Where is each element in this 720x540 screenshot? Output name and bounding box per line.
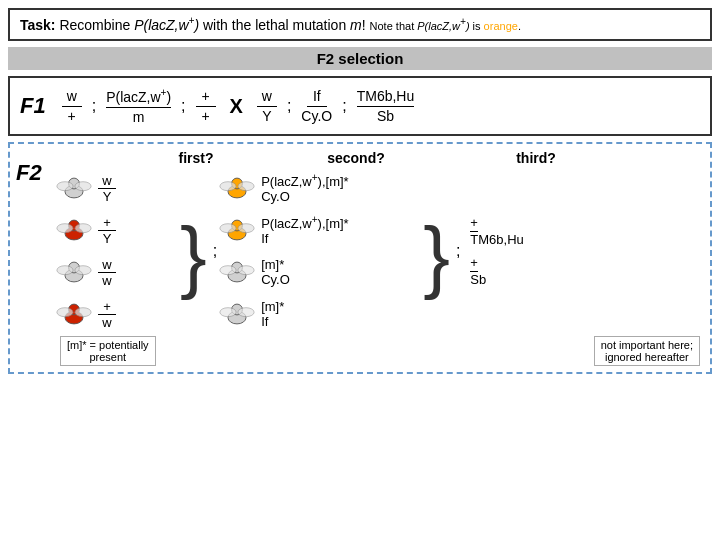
f1-frac6-num: TM6b,Hu xyxy=(357,88,415,107)
svg-point-26 xyxy=(220,266,236,275)
fly-label-2: + Y xyxy=(98,215,116,246)
fly-orange-2 xyxy=(219,212,255,248)
fly-label-4-top: + xyxy=(98,299,116,315)
second-text-2: P(lacZ,w+),[m]* If xyxy=(261,214,348,246)
f1-frac1-den: + xyxy=(68,107,76,125)
f1-fraction-1: w + xyxy=(62,88,82,125)
task-header: Task: Recombine P(lacZ,w+) with the leth… xyxy=(8,8,712,41)
x-symbol: X xyxy=(230,95,243,118)
f1-frac4-den: Y xyxy=(262,107,271,125)
third-frac-3: + Sb xyxy=(470,255,486,287)
f1-frac5-num: If xyxy=(307,88,327,107)
third-frac3-top: + xyxy=(470,255,478,272)
third-item-3: + Sb xyxy=(470,255,622,287)
col-header-first: first? xyxy=(136,150,256,166)
second-item-1: P(lacZ,w+),[m]* Cy.O xyxy=(219,170,419,206)
footnote-right: not important here;ignored hereafter xyxy=(594,336,700,366)
second-line2-3: Cy.O xyxy=(261,272,290,287)
f1-fraction-3: + + xyxy=(196,88,216,125)
task-description: Recombine P(lacZ,w+) with the lethal mut… xyxy=(59,17,369,33)
second-item-2: P(lacZ,w+),[m]* If xyxy=(219,212,419,248)
sep4: ; xyxy=(342,97,346,115)
svg-point-19 xyxy=(238,182,254,191)
sep1: ; xyxy=(92,97,96,115)
svg-point-14 xyxy=(57,308,73,317)
svg-point-31 xyxy=(238,308,254,317)
f1-frac5-den: Cy.O xyxy=(301,107,332,125)
f1-frac1-num: w xyxy=(62,88,82,107)
svg-point-6 xyxy=(57,224,73,233)
f1-content: w + ; P(lacZ,w+) m ; + + X w Y ; If Cy.O xyxy=(62,87,415,125)
svg-point-15 xyxy=(75,308,91,317)
svg-point-2 xyxy=(57,182,73,191)
footnote-left: [m]* = potentiallypresent xyxy=(60,336,156,366)
fly-label-1: w Y xyxy=(98,173,116,204)
task-label: Task: xyxy=(20,17,56,33)
second-item-4: [m]* If xyxy=(219,296,419,332)
second-line1-4: [m]* xyxy=(261,299,284,314)
sep3: ; xyxy=(287,97,291,115)
fly-label-3-bot: w xyxy=(102,273,111,288)
fly-label-1-bot: Y xyxy=(103,189,112,204)
svg-point-10 xyxy=(57,266,73,275)
second-line1-2: P(lacZ,w+),[m]* xyxy=(261,214,348,231)
sep2: ; xyxy=(181,97,185,115)
second-text-1: P(lacZ,w+),[m]* Cy.O xyxy=(261,172,348,204)
fly-item-4: + w xyxy=(56,296,176,332)
fly-grey-2 xyxy=(56,254,92,290)
f2-selection-title: F2 selection xyxy=(8,47,712,70)
second-text-3: [m]* Cy.O xyxy=(261,257,290,287)
fly-red-1 xyxy=(56,212,92,248)
semicolon-2: ; xyxy=(456,242,460,260)
fly-item-3: w w xyxy=(56,254,176,290)
fly-grey-sec-2 xyxy=(219,296,255,332)
f1-fraction-6: TM6b,Hu Sb xyxy=(357,88,415,125)
f1-frac2-den: m xyxy=(133,108,145,126)
f1-label: F1 xyxy=(20,93,46,119)
fly-red-2 xyxy=(56,296,92,332)
third-item-1 xyxy=(470,171,622,207)
f1-frac2-num: P(lacZ,w+) xyxy=(106,87,171,107)
fly-grey-1 xyxy=(56,170,92,206)
f1-frac3-den: + xyxy=(201,107,209,125)
semicolon-1: ; xyxy=(213,242,217,260)
svg-point-7 xyxy=(75,224,91,233)
col-first: w Y xyxy=(56,170,176,332)
f1-frac4-num: w xyxy=(257,88,277,107)
f1-row: F1 w + ; P(lacZ,w+) m ; + + X w Y ; xyxy=(8,76,712,136)
second-text-4: [m]* If xyxy=(261,299,284,329)
f1-fraction-4: w Y xyxy=(257,88,277,125)
second-line2-2: If xyxy=(261,231,348,246)
brace-right: } xyxy=(423,180,450,332)
fly-orange-1 xyxy=(219,170,255,206)
fly-label-4-bot: w xyxy=(102,315,111,330)
second-item-3: [m]* Cy.O xyxy=(219,254,419,290)
fly-item-2: + Y xyxy=(56,212,176,248)
svg-point-22 xyxy=(220,224,236,233)
task-note: Note that P(lacZ,w+) is orange. xyxy=(370,20,521,32)
fly-label-3-top: w xyxy=(98,257,116,273)
fly-label-2-bot: Y xyxy=(103,231,112,246)
f1-fraction-2: P(lacZ,w+) m xyxy=(106,87,171,125)
fly-rows: w Y xyxy=(56,170,704,332)
f1-frac3-num: + xyxy=(196,88,216,107)
svg-point-3 xyxy=(75,182,91,191)
fly-label-2-top: + xyxy=(98,215,116,231)
col-header-third: third? xyxy=(456,150,616,166)
svg-point-30 xyxy=(220,308,236,317)
col-third: + TM6b,Hu + Sb xyxy=(462,170,622,332)
third-frac3-bot: Sb xyxy=(470,272,486,287)
svg-point-18 xyxy=(220,182,236,191)
fly-label-1-top: w xyxy=(98,173,116,189)
third-frac2-bot: TM6b,Hu xyxy=(470,232,523,247)
f1-fraction-5: If Cy.O xyxy=(301,88,332,125)
f2-columns: first? second? third? xyxy=(56,150,704,366)
svg-point-11 xyxy=(75,266,91,275)
third-item-2: + TM6b,Hu xyxy=(470,215,622,247)
fly-grey-sec-1 xyxy=(219,254,255,290)
col-second: P(lacZ,w+),[m]* Cy.O xyxy=(219,170,419,332)
page: Task: Recombine P(lacZ,w+) with the leth… xyxy=(0,0,720,540)
second-line1-3: [m]* xyxy=(261,257,290,272)
f2-section: F2 first? second? third? xyxy=(8,142,712,374)
second-line2-4: If xyxy=(261,314,284,329)
